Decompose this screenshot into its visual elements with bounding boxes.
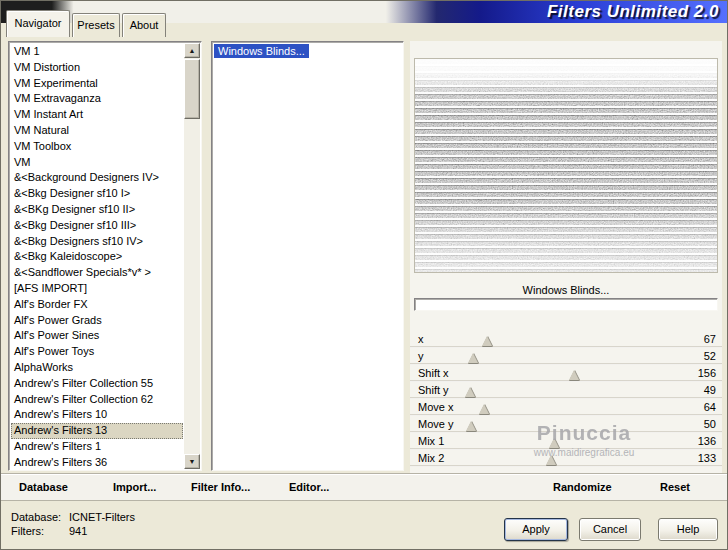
slider-label: Move y: [418, 418, 453, 430]
slider-value: 49: [704, 384, 716, 396]
category-item[interactable]: Andrew's Filters 1: [11, 439, 183, 455]
category-item[interactable]: &<Bkg Designers sf10 IV>: [11, 234, 183, 250]
slider-value: 136: [698, 435, 716, 447]
tab-about[interactable]: About: [122, 13, 166, 37]
slider-thumb[interactable]: [549, 438, 559, 448]
database-button[interactable]: Database: [19, 481, 68, 493]
category-item[interactable]: VM 1: [11, 44, 183, 60]
status-filters-label: Filters:: [11, 525, 44, 537]
category-item[interactable]: AlphaWorks: [11, 360, 183, 376]
category-list[interactable]: VM 1VM DistortionVM ExperimentalVM Extra…: [8, 41, 202, 471]
slider-row[interactable]: Shift x 156: [410, 365, 722, 382]
slider-value: 156: [698, 367, 716, 379]
slider-value: 50: [704, 418, 716, 430]
status-filters-value: 941: [69, 525, 87, 537]
slider-panel: x 67 y 52 Shift x 156 Shift y 49 Move x …: [410, 331, 722, 467]
scroll-up-icon[interactable]: ▲: [184, 43, 200, 58]
editor-button[interactable]: Editor...: [289, 481, 329, 493]
slider-thumb[interactable]: [465, 387, 475, 397]
scrollbar-thumb[interactable]: [184, 59, 200, 119]
slider-thumb[interactable]: [569, 370, 579, 380]
category-item[interactable]: [AFS IMPORT]: [11, 281, 183, 297]
category-item[interactable]: VM Extravaganza: [11, 91, 183, 107]
slider-thumb[interactable]: [479, 404, 489, 414]
category-item[interactable]: &<Bkg Designer sf10 III>: [11, 218, 183, 234]
category-item[interactable]: VM Natural: [11, 123, 183, 139]
slider-row[interactable]: y 52: [410, 348, 722, 365]
category-item[interactable]: Alf's Power Toys: [11, 344, 183, 360]
category-item[interactable]: Alf's Border FX: [11, 297, 183, 313]
category-item[interactable]: VM Instant Art: [11, 107, 183, 123]
slider-row[interactable]: Move x 64: [410, 399, 722, 416]
progress-bar: [414, 298, 718, 311]
preview-caption: Windows Blinds...: [410, 284, 722, 296]
category-item[interactable]: VM Toolbox: [11, 139, 183, 155]
category-item[interactable]: Andrew's Filters 10: [11, 407, 183, 423]
filter-item-selected[interactable]: Windows Blinds...: [214, 44, 309, 58]
preview-image[interactable]: [414, 58, 718, 273]
category-item[interactable]: VM Distortion: [11, 60, 183, 76]
filter-list[interactable]: Windows Blinds...: [211, 41, 404, 471]
bottom-toolbar: Database Import... Filter Info... Editor…: [1, 474, 728, 501]
category-item[interactable]: &<BKg Designer sf10 II>: [11, 202, 183, 218]
category-scrollbar[interactable]: ▲ ▼: [184, 43, 200, 469]
slider-thumb[interactable]: [468, 353, 478, 363]
slider-thumb[interactable]: [482, 336, 492, 346]
slider-label: Move x: [418, 401, 453, 413]
status-database-value: ICNET-Filters: [69, 511, 135, 523]
slider-row[interactable]: Mix 2 133: [410, 450, 722, 467]
apply-button[interactable]: Apply: [504, 518, 568, 541]
blinds-overlay: [415, 59, 717, 272]
filter-info-button[interactable]: Filter Info...: [191, 481, 250, 493]
slider-row[interactable]: Shift y 49: [410, 382, 722, 399]
reset-button[interactable]: Reset: [660, 481, 690, 493]
slider-label: x: [418, 333, 424, 345]
tab-navigator-label: Navigator: [14, 17, 61, 29]
tab-presets-label: Presets: [77, 19, 114, 31]
category-item[interactable]: &<Bkg Designer sf10 I>: [11, 186, 183, 202]
slider-label: y: [418, 350, 424, 362]
scroll-down-icon[interactable]: ▼: [184, 454, 200, 469]
slider-thumb[interactable]: [546, 455, 556, 465]
preview-panel: Windows Blinds... x 67 y 52 Shift x 156 …: [410, 41, 722, 474]
tab-presets[interactable]: Presets: [72, 13, 120, 37]
randomize-button[interactable]: Randomize: [553, 481, 612, 493]
slider-value: 67: [704, 333, 716, 345]
slider-label: Shift x: [418, 367, 449, 379]
status-database-label: Database:: [11, 511, 61, 523]
category-item[interactable]: &<Sandflower Specials*v* >: [11, 265, 183, 281]
slider-value: 52: [704, 350, 716, 362]
slider-label: Shift y: [418, 384, 449, 396]
tab-navigator[interactable]: Navigator: [6, 10, 70, 37]
category-item[interactable]: VM Experimental: [11, 76, 183, 92]
window-title: Filters Unlimited 2.0: [547, 1, 719, 22]
category-item[interactable]: Andrew's Filters 36: [11, 455, 183, 468]
category-item[interactable]: Alf's Power Grads: [11, 313, 183, 329]
slider-value: 64: [704, 401, 716, 413]
import-button[interactable]: Import...: [113, 481, 156, 493]
slider-value: 133: [698, 452, 716, 464]
filters-unlimited-window: Filters Unlimited 2.0 Navigator Presets …: [0, 0, 728, 550]
slider-label: Mix 1: [418, 435, 444, 447]
cancel-button[interactable]: Cancel: [579, 518, 641, 541]
slider-label: Mix 2: [418, 452, 444, 464]
category-list-items: VM 1VM DistortionVM ExperimentalVM Extra…: [11, 44, 183, 468]
slider-thumb[interactable]: [466, 421, 476, 431]
slider-row[interactable]: Move y 50: [410, 416, 722, 433]
tab-about-label: About: [130, 19, 159, 31]
slider-row[interactable]: x 67: [410, 331, 722, 348]
category-item[interactable]: Andrew's Filters 13: [11, 423, 183, 439]
category-item[interactable]: Andrew's Filter Collection 62: [11, 392, 183, 408]
category-item[interactable]: VM: [11, 155, 183, 171]
slider-row[interactable]: Mix 1 136: [410, 433, 722, 450]
category-item[interactable]: Andrew's Filter Collection 55: [11, 376, 183, 392]
category-item[interactable]: Alf's Power Sines: [11, 328, 183, 344]
help-button[interactable]: Help: [658, 518, 718, 541]
category-item[interactable]: &<Background Designers IV>: [11, 170, 183, 186]
category-item[interactable]: &<Bkg Kaleidoscope>: [11, 249, 183, 265]
